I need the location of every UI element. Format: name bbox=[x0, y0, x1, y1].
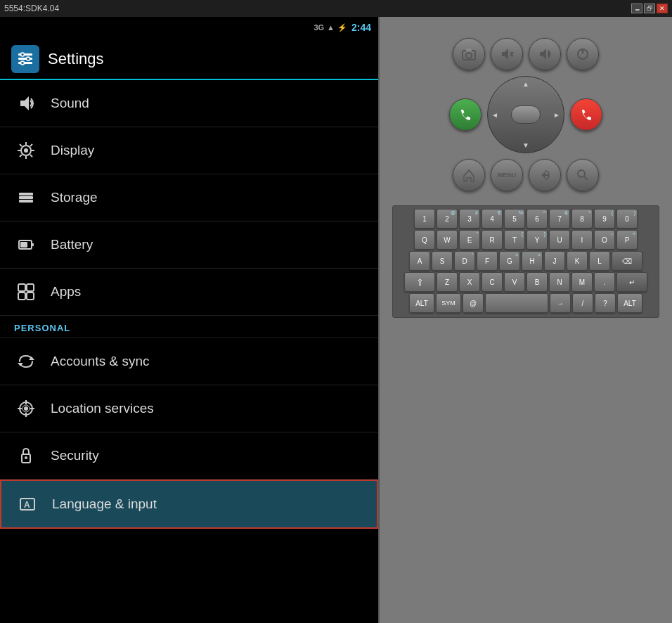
svg-line-50 bbox=[584, 176, 588, 180]
svg-line-13 bbox=[20, 144, 22, 146]
key-n[interactable]: N bbox=[549, 272, 570, 292]
key-d[interactable]: 'D bbox=[454, 251, 475, 271]
key-f[interactable]: F bbox=[477, 251, 498, 271]
svg-rect-26 bbox=[27, 293, 34, 300]
key-at[interactable]: @ bbox=[463, 293, 484, 313]
key-shift[interactable]: ⇧ bbox=[404, 272, 435, 292]
key-v[interactable]: V bbox=[504, 272, 525, 292]
menu-button[interactable]: MENU bbox=[491, 159, 523, 191]
key-8[interactable]: *8 bbox=[571, 209, 593, 229]
key-g[interactable]: <G bbox=[499, 251, 520, 271]
key-alt-right[interactable]: ALT bbox=[617, 293, 642, 313]
key-q[interactable]: Q bbox=[414, 230, 435, 250]
search-button[interactable] bbox=[567, 159, 599, 191]
svg-point-49 bbox=[578, 170, 585, 177]
key-backspace[interactable]: ⌫ bbox=[612, 251, 642, 271]
home-button[interactable] bbox=[453, 159, 485, 191]
sidebar-item-storage[interactable]: Storage bbox=[0, 174, 378, 221]
key-w[interactable]: W bbox=[437, 230, 458, 250]
key-p[interactable]: +P bbox=[616, 230, 638, 250]
key-period[interactable]: . bbox=[594, 272, 615, 292]
key-2[interactable]: @2 bbox=[437, 209, 458, 229]
key-0[interactable]: )0 bbox=[616, 209, 638, 229]
accounts-sync-label: Accounts & sync bbox=[51, 354, 149, 369]
keyboard: 1 @2 #3 $4 %5 ^6 &7 *8 (9 )0 Q W "E R {T… bbox=[392, 205, 659, 318]
svg-line-14 bbox=[30, 155, 32, 157]
svg-point-30 bbox=[24, 406, 28, 411]
bottom-controls-row: MENU bbox=[453, 159, 599, 191]
key-t[interactable]: {T bbox=[504, 230, 525, 250]
key-i[interactable]: I bbox=[571, 230, 593, 250]
dpad[interactable]: ▲ ▼ ◄ ► bbox=[487, 76, 564, 153]
volume-up-button[interactable] bbox=[529, 38, 561, 70]
key-k[interactable]: K bbox=[567, 251, 588, 271]
svg-line-15 bbox=[30, 144, 32, 146]
sidebar-item-sound[interactable]: Sound bbox=[0, 80, 378, 127]
volume-mute-button[interactable] bbox=[491, 38, 523, 70]
key-s[interactable]: S bbox=[432, 251, 453, 271]
sidebar-item-location-services[interactable]: Location services bbox=[0, 385, 378, 432]
key-3[interactable]: #3 bbox=[459, 209, 480, 229]
dpad-center[interactable] bbox=[511, 105, 541, 124]
key-y[interactable]: }Y bbox=[526, 230, 548, 250]
status-bar: 3G ▲ ⚡ 2:44 bbox=[0, 17, 378, 38]
key-x[interactable]: X bbox=[459, 272, 480, 292]
key-enter[interactable]: ↵ bbox=[616, 272, 647, 292]
key-e[interactable]: "E bbox=[459, 230, 480, 250]
svg-rect-18 bbox=[19, 196, 33, 199]
key-7[interactable]: &7 bbox=[549, 209, 570, 229]
clock: 2:44 bbox=[351, 22, 371, 33]
key-4[interactable]: $4 bbox=[482, 209, 503, 229]
signal-label: 3G bbox=[314, 23, 324, 32]
key-6[interactable]: ^6 bbox=[526, 209, 548, 229]
main-area: 3G ▲ ⚡ 2:44 Settings bbox=[0, 17, 672, 623]
sidebar-item-security[interactable]: Security bbox=[0, 432, 378, 480]
keyboard-row-numbers: 1 @2 #3 $4 %5 ^6 &7 *8 (9 )0 bbox=[396, 209, 656, 229]
sidebar-item-display[interactable]: Display bbox=[0, 127, 378, 174]
sidebar-item-accounts-sync[interactable]: Accounts & sync bbox=[0, 338, 378, 385]
location-services-label: Location services bbox=[51, 401, 154, 416]
key-question[interactable]: ? bbox=[595, 293, 616, 313]
key-m[interactable]: M bbox=[571, 272, 593, 292]
key-u[interactable]: U bbox=[549, 230, 570, 250]
controls-grid: ▲ ▼ ◄ ► bbox=[449, 38, 602, 191]
key-9[interactable]: (9 bbox=[594, 209, 615, 229]
close-button[interactable]: ✕ bbox=[657, 4, 668, 13]
svg-rect-17 bbox=[19, 193, 33, 195]
restore-button[interactable]: 🗗 bbox=[644, 4, 655, 13]
call-button[interactable] bbox=[449, 98, 482, 131]
key-a[interactable]: A bbox=[409, 251, 430, 271]
key-b[interactable]: B bbox=[526, 272, 548, 292]
svg-marker-43 bbox=[502, 49, 508, 60]
dpad-right: ► bbox=[553, 111, 560, 119]
key-1[interactable]: 1 bbox=[414, 209, 435, 229]
svg-point-8 bbox=[24, 148, 28, 153]
key-sym[interactable]: SYM bbox=[436, 293, 461, 313]
minimize-button[interactable]: 🗕 bbox=[631, 4, 642, 13]
svg-rect-42 bbox=[466, 49, 472, 51]
key-l[interactable]: L bbox=[589, 251, 610, 271]
key-o[interactable]: -O bbox=[594, 230, 615, 250]
key-c[interactable]: C bbox=[482, 272, 503, 292]
svg-point-4 bbox=[27, 57, 30, 60]
key-slash[interactable]: / bbox=[572, 293, 593, 313]
sidebar-item-battery[interactable]: Battery bbox=[0, 221, 378, 269]
key-j[interactable]: J bbox=[544, 251, 565, 271]
power-button[interactable] bbox=[567, 38, 599, 70]
page-title: Settings bbox=[48, 50, 104, 68]
key-space[interactable] bbox=[485, 293, 548, 313]
key-r[interactable]: R bbox=[482, 230, 503, 250]
language-input-icon: A bbox=[15, 492, 39, 516]
back-button[interactable] bbox=[529, 159, 561, 191]
key-z[interactable]: Z bbox=[437, 272, 458, 292]
sidebar-item-language-input[interactable]: A Language & input bbox=[0, 480, 378, 529]
battery-icon: ⚡ bbox=[337, 23, 347, 32]
sidebar-item-apps[interactable]: Apps bbox=[0, 269, 378, 316]
key-arrow[interactable]: → bbox=[550, 293, 571, 313]
end-call-button[interactable] bbox=[570, 98, 602, 131]
sound-label: Sound bbox=[51, 96, 89, 111]
camera-button[interactable] bbox=[453, 38, 485, 70]
key-h[interactable]: >H bbox=[522, 251, 543, 271]
key-alt-left[interactable]: ALT bbox=[409, 293, 434, 313]
key-5[interactable]: %5 bbox=[504, 209, 525, 229]
